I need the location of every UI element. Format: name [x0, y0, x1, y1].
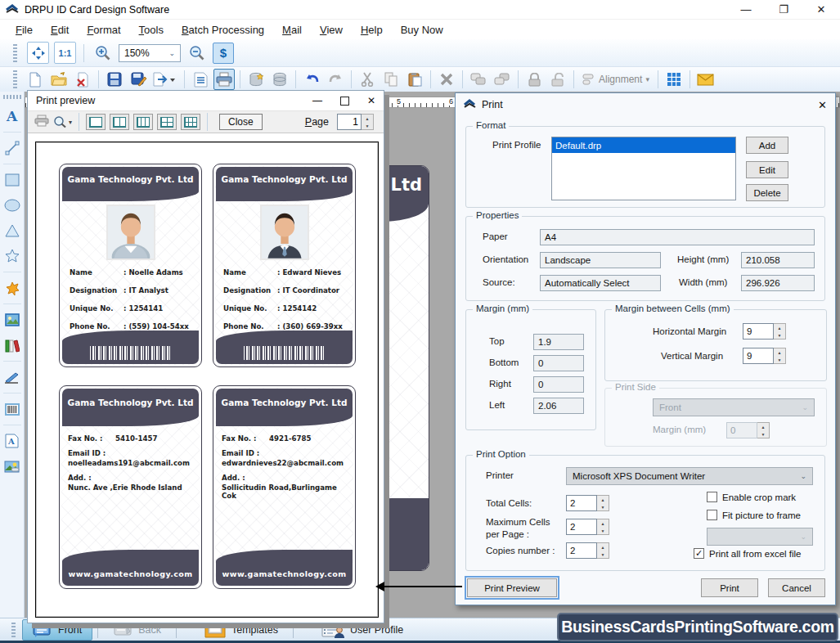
zoom-out-icon[interactable] [186, 42, 208, 64]
edit-profile-button[interactable]: Edit [746, 161, 788, 178]
close-preview-button[interactable]: Close [219, 114, 263, 130]
margin-right-field[interactable]: 0 [533, 376, 584, 393]
zoom-in-icon[interactable] [92, 42, 114, 64]
image-tool-icon[interactable] [2, 456, 22, 476]
redo-icon[interactable] [325, 69, 346, 90]
print-dialog: Print ✕ Format Print Profile Default.drp… [455, 92, 836, 605]
alignment-dropdown[interactable]: Alignment ▾ [579, 74, 653, 85]
library-tool-icon[interactable] [2, 335, 22, 355]
fit-to-window-button[interactable] [27, 42, 49, 64]
restore-icon[interactable]: ❐ [765, 0, 802, 19]
export-icon[interactable] [151, 69, 179, 90]
save-icon[interactable] [104, 69, 125, 90]
one-page-layout-button[interactable] [86, 114, 106, 130]
six-page-layout-button[interactable] [181, 114, 200, 130]
minimize-icon[interactable]: — [727, 0, 765, 19]
horizontal-margin-spinner[interactable]: 9 ▲▼ [743, 323, 786, 339]
two-page-layout-button[interactable] [110, 114, 129, 130]
page-setup-icon[interactable] [190, 69, 211, 90]
print-icon[interactable] [34, 115, 49, 129]
cut-icon[interactable] [357, 69, 378, 90]
close-icon[interactable]: ✕ [802, 0, 840, 19]
page-spinner[interactable]: ▲▼ [362, 114, 374, 130]
paper-field[interactable]: A4 [540, 229, 815, 245]
unlock-icon[interactable] [547, 69, 568, 90]
print-profile-listbox[interactable]: Default.drp [551, 137, 736, 200]
menu-view[interactable]: View [311, 21, 352, 38]
delete-profile-button[interactable]: Delete [746, 184, 788, 201]
source-field[interactable]: Automatically Select [540, 275, 661, 291]
print-icon[interactable] [213, 69, 235, 90]
menu-mail[interactable]: Mail [273, 21, 311, 38]
copy-icon[interactable] [380, 69, 402, 90]
currency-button[interactable]: $ [213, 43, 234, 64]
fit-picture-checkbox[interactable]: Fit picture to frame [707, 510, 801, 520]
printer-select[interactable]: Microsoft XPS Document Writer⌄ [566, 467, 813, 485]
menu-buy-now[interactable]: Buy Now [392, 21, 452, 38]
text-tool-icon[interactable]: A [2, 106, 22, 126]
spin-up-icon: ▲ [362, 115, 373, 122]
undo-icon[interactable] [301, 69, 322, 90]
database-icon[interactable] [269, 69, 290, 90]
add-profile-button[interactable]: Add [746, 137, 788, 154]
max-cells-spinner[interactable]: 2 ▲▼ [566, 519, 609, 535]
triangle-tool-icon[interactable] [2, 221, 22, 241]
email-icon[interactable] [695, 69, 716, 90]
menu-edit[interactable]: Edit [42, 21, 78, 38]
rectangle-tool-icon[interactable] [2, 170, 22, 190]
menu-file[interactable]: File [7, 21, 42, 38]
star-tool-icon[interactable] [2, 246, 22, 266]
menu-batch-processing[interactable]: Batch Processing [173, 21, 273, 38]
cancel-button[interactable]: Cancel [768, 578, 825, 597]
menu-tools[interactable]: Tools [130, 21, 173, 38]
group-icon[interactable] [468, 69, 489, 90]
vertical-margin-spinner[interactable]: 9 ▲▼ [743, 348, 786, 364]
spin-down-icon: ▼ [362, 122, 373, 129]
new-file-icon[interactable] [25, 69, 46, 90]
print-button[interactable]: Print [701, 578, 758, 597]
save-as-icon[interactable] [128, 69, 149, 90]
four-page-layout-button[interactable] [157, 114, 177, 130]
lock-icon[interactable] [523, 69, 545, 90]
maximize-icon[interactable] [340, 97, 349, 106]
minimize-icon[interactable]: — [312, 95, 322, 106]
delete-object-icon[interactable] [436, 69, 457, 90]
orientation-field[interactable]: Landscape [540, 252, 661, 268]
signature-tool-icon[interactable] [2, 367, 22, 387]
margin-top-field[interactable]: 1.9 [533, 334, 584, 350]
copies-spinner[interactable]: 2 ▲▼ [566, 542, 609, 559]
spin-down-icon: ▼ [597, 527, 609, 534]
page-number-input[interactable] [337, 114, 362, 130]
menu-format[interactable]: Format [78, 21, 129, 38]
ellipse-tool-icon[interactable] [2, 196, 22, 215]
toolbar-grip [11, 623, 16, 637]
three-page-layout-button[interactable] [133, 114, 153, 130]
picture-tool-icon[interactable] [2, 310, 22, 330]
print-preview-button[interactable]: Print Preview [467, 578, 557, 597]
zoom-mode-dropdown[interactable]: ▾ [53, 115, 72, 128]
card-row: Designation: IT Analyst [70, 286, 193, 295]
print-all-excel-checkbox[interactable]: ✓Print all from excel file [694, 548, 801, 559]
total-cells-spinner[interactable]: 2 ▲▼ [566, 495, 609, 511]
actual-size-button[interactable]: 1:1 [54, 42, 76, 64]
enable-crop-mark-checkbox[interactable]: Enable crop mark [707, 492, 796, 502]
custom-shape-tool-icon[interactable] [2, 278, 22, 298]
delete-file-icon[interactable] [72, 69, 93, 90]
selected-profile[interactable]: Default.drp [552, 137, 735, 153]
zoom-level-select[interactable]: 150% ⌄ [119, 44, 181, 62]
grid-icon[interactable] [663, 69, 685, 90]
open-file-icon[interactable] [48, 69, 70, 90]
close-icon[interactable]: ✕ [818, 99, 827, 111]
margin-bottom-field[interactable]: 0 [533, 355, 584, 371]
height-field[interactable]: 210.058 [741, 252, 815, 268]
paste-icon[interactable] [404, 69, 425, 90]
width-field[interactable]: 296.926 [741, 275, 815, 291]
watermark-text-tool-icon[interactable]: A [2, 431, 22, 451]
database-add-icon[interactable] [245, 69, 267, 90]
menu-help[interactable]: Help [352, 21, 392, 38]
barcode-tool-icon[interactable] [2, 399, 22, 419]
ungroup-icon[interactable] [492, 69, 513, 90]
line-tool-icon[interactable] [2, 138, 22, 158]
close-icon[interactable]: ✕ [367, 95, 375, 106]
margin-left-field[interactable]: 2.06 [533, 398, 584, 414]
